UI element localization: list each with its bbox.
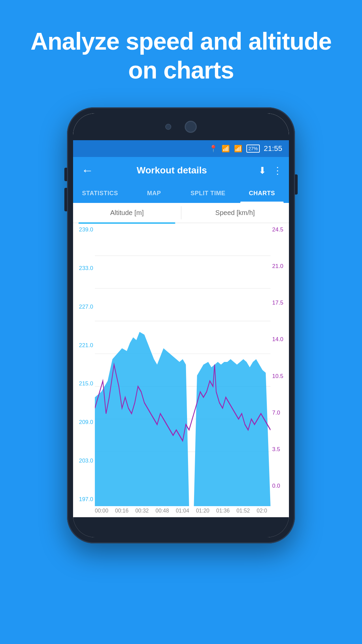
- x-label-7: 01:52: [236, 508, 250, 514]
- y-left-7: 197.0: [75, 496, 93, 503]
- y-right-7: 0.0: [272, 483, 287, 489]
- phone-screen: 📍 📶 📶 27% 21:55 ← Workout details ⬇ ⋮ S: [73, 113, 289, 537]
- x-label-8: 02:0: [257, 508, 267, 514]
- y-right-2: 17.5: [272, 300, 287, 306]
- status-bar: 📍 📶 📶 27% 21:55: [73, 140, 289, 157]
- location-icon: 📍: [209, 145, 218, 153]
- camera-small: [165, 124, 171, 130]
- tab-map[interactable]: MAP: [127, 184, 181, 203]
- status-time: 21:55: [264, 144, 282, 153]
- phone-frame: 📍 📶 📶 27% 21:55 ← Workout details ⬇ ⋮ S: [67, 107, 295, 543]
- y-left-2: 227.0: [75, 304, 93, 310]
- more-button[interactable]: ⋮: [273, 165, 282, 176]
- chart-area: Altitude [m] Speed [km/h] 239.0 233.0 22…: [73, 203, 289, 517]
- tab-charts[interactable]: CHARTS: [235, 184, 289, 203]
- x-axis: 00:00 00:16 00:32 00:48 01:04 01:20 01:3…: [73, 506, 289, 517]
- signal-icon: 📶: [234, 145, 242, 153]
- x-label-4: 01:04: [176, 508, 189, 514]
- svg-marker-7: [95, 332, 270, 506]
- phone-top: [73, 113, 289, 140]
- y-left-5: 209.0: [75, 419, 93, 426]
- altitude-legend[interactable]: Altitude [m]: [73, 203, 181, 223]
- y-right-5: 7.0: [272, 410, 287, 416]
- side-button-left: [64, 168, 67, 181]
- y-left-1: 233.0: [75, 265, 93, 272]
- battery-level: 27%: [246, 145, 260, 153]
- y-left-3: 221.0: [75, 342, 93, 349]
- y-right-1: 21.0: [272, 263, 287, 270]
- y-right-0: 24.5: [272, 226, 287, 233]
- side-button-left2: [64, 188, 67, 211]
- tabs: STATISTICS MAP SPLIT TIME CHARTS: [73, 184, 289, 203]
- camera-main: [185, 121, 197, 133]
- y-axis-left: 239.0 233.0 227.0 221.0 215.0 209.0 203.…: [73, 223, 95, 506]
- screen: 📍 📶 📶 27% 21:55 ← Workout details ⬇ ⋮ S: [73, 140, 289, 517]
- screen-title: Workout details: [85, 165, 258, 176]
- toolbar-icons: ⬇ ⋮: [258, 165, 282, 176]
- y-left-0: 239.0: [75, 226, 93, 233]
- hero-text: Analyze speed and altitude on charts: [0, 0, 362, 102]
- tab-split-time[interactable]: SPLIT TIME: [181, 184, 235, 203]
- x-label-2: 00:32: [135, 508, 149, 514]
- x-label-6: 01:36: [216, 508, 230, 514]
- y-left-4: 215.0: [75, 380, 93, 387]
- speed-legend[interactable]: Speed [km/h]: [181, 203, 289, 223]
- tab-statistics[interactable]: STATISTICS: [73, 184, 127, 203]
- battery-indicator: 27%: [246, 145, 260, 153]
- app-bar: ← Workout details ⬇ ⋮: [73, 157, 289, 184]
- phone-bottom: [73, 517, 289, 537]
- x-label-3: 00:48: [156, 508, 169, 514]
- y-left-6: 203.0: [75, 458, 93, 464]
- x-label-5: 01:20: [196, 508, 209, 514]
- y-axis-right: 24.5 21.0 17.5 14.0 10.5 7.0 3.5 0.0: [270, 223, 289, 493]
- wifi-icon: 📶: [222, 145, 230, 153]
- chart-legend: Altitude [m] Speed [km/h]: [73, 203, 289, 223]
- download-button[interactable]: ⬇: [258, 165, 266, 176]
- x-label-0: 00:00: [95, 508, 108, 514]
- y-right-4: 10.5: [272, 373, 287, 380]
- chart-svg: [73, 223, 289, 506]
- chart-container: 239.0 233.0 227.0 221.0 215.0 209.0 203.…: [73, 223, 289, 506]
- y-right-6: 3.5: [272, 446, 287, 453]
- y-right-3: 14.0: [272, 336, 287, 343]
- x-label-1: 00:16: [115, 508, 128, 514]
